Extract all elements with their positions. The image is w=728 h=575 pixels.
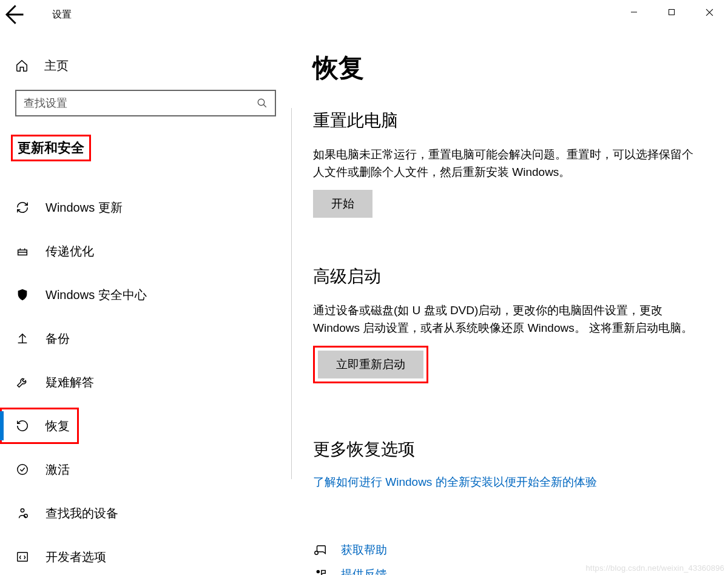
location-person-icon: [16, 506, 29, 520]
feedback-person-icon: [314, 568, 327, 575]
svg-point-13: [315, 551, 318, 555]
svg-rect-1: [669, 10, 675, 15]
section-advanced-startup: 高级启动 通过设备或磁盘(如 U 盘或 DVD)启动，更改你的电脑固件设置，更改…: [313, 265, 704, 383]
reset-start-button[interactable]: 开始: [313, 190, 372, 218]
app-title: 设置: [52, 8, 72, 21]
more-heading: 更多恢复选项: [313, 438, 704, 461]
recovery-icon: [16, 419, 29, 432]
sidebar-item-windows-security[interactable]: Windows 安全中心: [0, 277, 291, 313]
sidebar-item-windows-update[interactable]: Windows 更新: [0, 189, 291, 226]
svg-point-9: [18, 465, 28, 475]
vertical-divider: [291, 108, 292, 479]
restart-now-button[interactable]: 立即重新启动: [318, 351, 423, 378]
search-input[interactable]: 查找设置: [15, 90, 276, 116]
main-content: 恢复 重置此电脑 如果电脑未正常运行，重置电脑可能会解决问题。重置时，可以选择保…: [291, 29, 728, 575]
svg-point-10: [21, 509, 24, 513]
sidebar-item-label: 疑难解答: [46, 374, 94, 391]
sidebar-item-backup[interactable]: 备份: [0, 320, 291, 357]
sidebar-item-delivery-optimization[interactable]: 传递优化: [0, 233, 291, 269]
sidebar-home[interactable]: 主页: [0, 51, 291, 80]
sidebar-home-label: 主页: [44, 58, 69, 74]
sidebar-item-label: Windows 更新: [46, 200, 123, 216]
help-chat-icon: [314, 543, 327, 557]
maximize-icon: [668, 8, 675, 16]
window-controls: [615, 0, 728, 24]
sidebar-item-label: 恢复: [46, 418, 70, 434]
sidebar-item-label: 传递优化: [46, 243, 94, 260]
get-help-row[interactable]: 获取帮助: [313, 542, 704, 558]
home-icon: [15, 59, 29, 72]
sidebar-item-recovery[interactable]: 恢复: [0, 408, 79, 444]
search-placeholder: 查找设置: [24, 96, 257, 110]
section-reset-pc: 重置此电脑 如果电脑未正常运行，重置电脑可能会解决问题。重置时，可以选择保留个人…: [313, 109, 704, 218]
close-button[interactable]: [690, 0, 728, 24]
sidebar-item-troubleshoot[interactable]: 疑难解答: [0, 364, 291, 400]
svg-point-14: [317, 570, 320, 573]
minimize-icon: [630, 8, 638, 16]
wrench-icon: [16, 375, 29, 389]
check-circle-icon: [16, 463, 29, 476]
search-icon: [257, 98, 268, 109]
section-more-recovery: 更多恢复选项 了解如何进行 Windows 的全新安装以便开始全新的体验: [313, 438, 704, 490]
svg-point-4: [258, 99, 265, 106]
sidebar-category: 更新和安全: [11, 135, 91, 161]
sidebar-item-label: 激活: [46, 462, 70, 478]
give-feedback-label: 提供反馈: [341, 567, 387, 575]
sidebar-item-label: 备份: [46, 331, 70, 347]
minimize-button[interactable]: [615, 0, 653, 24]
back-button[interactable]: [0, 0, 27, 29]
svg-rect-12: [18, 553, 28, 562]
reset-description: 如果电脑未正常运行，重置电脑可能会解决问题。重置时，可以选择保留个人文件或删除个…: [313, 146, 704, 181]
backup-icon: [16, 332, 29, 345]
sidebar-item-label: 查找我的设备: [46, 505, 118, 522]
reset-heading: 重置此电脑: [313, 109, 704, 132]
fresh-install-link[interactable]: 了解如何进行 Windows 的全新安装以便开始全新的体验: [313, 474, 597, 490]
sidebar-item-label: 开发者选项: [46, 549, 106, 565]
sidebar: 主页 查找设置 更新和安全 Windows 更新 传递优化 Windows 安全…: [0, 29, 291, 575]
sidebar-nav: Windows 更新 传递优化 Windows 安全中心 备份 疑难解答 恢复: [0, 189, 291, 575]
shield-icon: [16, 288, 29, 301]
sidebar-item-activation[interactable]: 激活: [0, 451, 291, 488]
sync-icon: [16, 201, 29, 214]
code-icon: [16, 550, 29, 563]
advanced-description: 通过设备或磁盘(如 U 盘或 DVD)启动，更改你的电脑固件设置，更改 Wind…: [313, 301, 704, 337]
advanced-heading: 高级启动: [313, 265, 704, 288]
close-icon: [706, 8, 713, 16]
sidebar-item-find-my-device[interactable]: 查找我的设备: [0, 495, 291, 531]
page-title: 恢复: [313, 51, 704, 85]
restart-button-highlight: 立即重新启动: [313, 346, 428, 383]
arrow-left-icon: [0, 1, 27, 28]
get-help-label: 获取帮助: [341, 542, 387, 558]
maximize-button[interactable]: [653, 0, 690, 24]
svg-line-5: [263, 104, 266, 107]
title-bar: 设置: [0, 0, 728, 29]
watermark: https://blog.csdn.net/weixin_43360896: [585, 563, 724, 573]
delivery-icon: [16, 244, 29, 258]
sidebar-item-developers[interactable]: 开发者选项: [0, 539, 291, 575]
sidebar-item-label: Windows 安全中心: [46, 287, 147, 303]
